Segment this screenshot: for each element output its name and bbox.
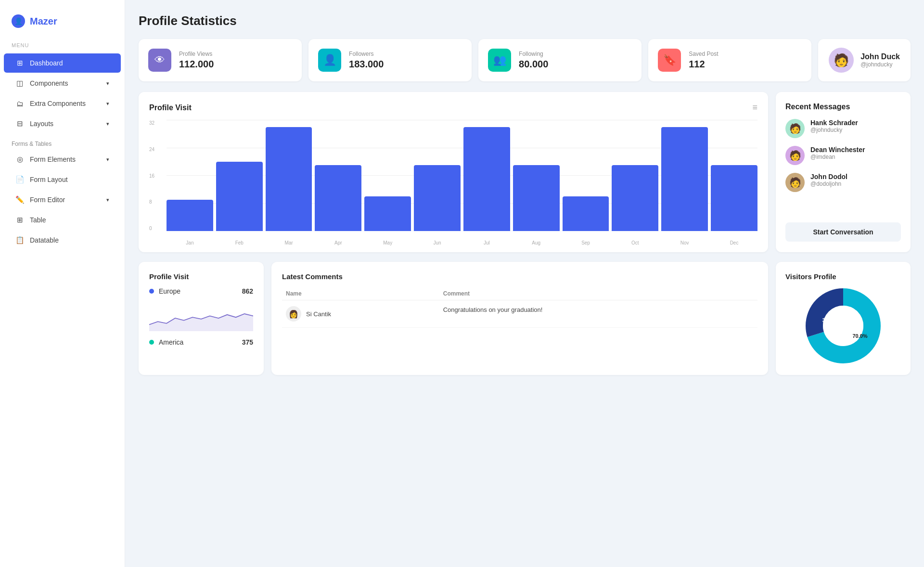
dashboard-icon: ⊞ [15, 59, 24, 67]
stat-value: 183.000 [349, 59, 384, 70]
forms-tables-label: Forms & Tables [0, 134, 125, 149]
sidebar-item-dashboard[interactable]: ⊞ Dashboard [4, 53, 121, 73]
chart-title: Profile Visit [149, 103, 192, 112]
visitors-card: Visitors Profile 30.0% 70.0% [776, 262, 911, 375]
sidebar-item-datatable[interactable]: 📋 Datatable [4, 231, 121, 250]
messages-card: Recent Messages 🧑 Hank Schrader @johnduc… [776, 92, 911, 252]
bar-label-nov: Nov [661, 233, 708, 245]
bar-aug [513, 165, 560, 231]
profile-visit-title: Profile Visit [149, 272, 253, 281]
bar-label-may: May [364, 233, 411, 245]
comment-text: Congratulations on your graduation! [439, 300, 757, 328]
y-label-0: 0 [149, 226, 167, 231]
main-content: Profile Statistics 👁 Profile Views 112.0… [125, 0, 924, 567]
y-label-16: 16 [149, 173, 167, 179]
msg-handle-0: @johnducky [810, 127, 858, 133]
form-layout-icon: 📄 [15, 175, 24, 184]
profile-name: John Duck [860, 52, 900, 61]
msg-name-2: John Dodol [810, 173, 847, 180]
comments-card: Latest Comments Name Comment 👩 Si Cantik [271, 262, 768, 375]
stat-label: Following [519, 51, 548, 57]
bar-label-dec: Dec [711, 233, 757, 245]
stat-card-followers: 👤 Followers 183.000 [308, 39, 472, 81]
stat-card-saved-post: 🔖 Saved Post 112 [648, 39, 811, 81]
sidebar-item-extra-components[interactable]: 🗂 Extra Components ▾ [4, 94, 121, 113]
stat-info-followers: Followers 183.000 [349, 51, 384, 70]
stat-label: Followers [349, 51, 384, 57]
sidebar-item-components[interactable]: ◫ Components ▾ [4, 74, 121, 93]
sidebar-item-form-elements[interactable]: ◎ Form Elements ▾ [4, 150, 121, 169]
avatar: 🧑 [829, 48, 854, 73]
donut-chart: 30.0% 70.0% [785, 287, 901, 364]
bar-jan [167, 200, 213, 231]
bar-label-jan: Jan [167, 233, 213, 245]
svg-text:30.0%: 30.0% [822, 317, 837, 323]
sidebar-item-label: Layouts [30, 120, 53, 128]
layouts-icon: ⊟ [15, 119, 24, 128]
chevron-down-icon: ▾ [106, 80, 109, 87]
stat-value: 112.000 [179, 59, 214, 70]
svg-point-3 [823, 306, 863, 346]
y-label-8: 8 [149, 199, 167, 205]
profile-info: John Duck @johnducky [860, 52, 900, 68]
bar-apr [315, 165, 361, 231]
sidebar-item-layouts[interactable]: ⊟ Layouts ▾ [4, 114, 121, 133]
extra-components-icon: 🗂 [15, 99, 24, 108]
y-label-32: 32 [149, 120, 167, 126]
messages-title: Recent Messages [785, 103, 901, 111]
components-icon: ◫ [15, 79, 24, 88]
sidebar-item-form-layout[interactable]: 📄 Form Layout [4, 170, 121, 189]
comment-user-cell: 👩 Si Cantik [282, 300, 439, 328]
sidebar-item-label: Form Editor [30, 196, 65, 204]
sidebar-item-label: Table [30, 216, 46, 224]
msg-avatar-0: 🧑 [785, 119, 805, 138]
bar-dec [711, 165, 757, 231]
stat-label: Saved Post [689, 51, 718, 57]
start-conversation-button[interactable]: Start Conversation [785, 222, 901, 242]
msg-name-0: Hank Schrader [810, 119, 858, 127]
profile-visit-card: Profile Visit Europe 862 America 375 [139, 262, 264, 375]
table-row: 👩 Si Cantik Congratulations on your grad… [282, 300, 757, 328]
message-item-1: 🧑 Dean Winchester @imdean [785, 146, 901, 165]
chart-menu-icon[interactable]: ≡ [752, 103, 757, 113]
msg-handle-2: @dodoljohn [810, 180, 847, 187]
stat-info-profile-views: Profile Views 112.000 [179, 51, 214, 70]
y-label-24: 24 [149, 147, 167, 152]
profile-views-icon: 👁 [148, 49, 171, 72]
pv-item-europe: Europe 862 [149, 287, 253, 295]
sidebar-item-form-editor[interactable]: ✏️ Form Editor ▾ [4, 190, 121, 209]
pv-label-america: America [159, 338, 183, 346]
bar-jun [414, 165, 461, 231]
stat-label: Profile Views [179, 51, 214, 57]
middle-row: Profile Visit ≡ 0 8 16 24 32 [139, 92, 911, 252]
logo-text: Mazer [30, 16, 57, 27]
bar-label-jun: Jun [414, 233, 461, 245]
stat-card-profile-views: 👁 Profile Views 112.000 [139, 39, 302, 81]
comments-title: Latest Comments [282, 272, 757, 281]
sidebar-item-table[interactable]: ⊞ Table [4, 210, 121, 230]
bar-label-oct: Oct [612, 233, 658, 245]
comments-table: Name Comment 👩 Si Cantik Congratulations… [282, 287, 757, 328]
stats-row: 👁 Profile Views 112.000 👤 Followers 183.… [139, 39, 911, 81]
logo: 👤 Mazer [0, 10, 125, 39]
bar-label-sep: Sep [563, 233, 609, 245]
chart-card: Profile Visit ≡ 0 8 16 24 32 [139, 92, 768, 252]
form-elements-icon: ◎ [15, 155, 24, 164]
page-title: Profile Statistics [139, 13, 911, 28]
donut-svg: 30.0% 70.0% [805, 287, 882, 364]
pv-dot-europe [149, 289, 154, 294]
bar-feb [216, 162, 263, 231]
bar-jul [463, 127, 510, 231]
sidebar-item-label: Form Elements [30, 155, 76, 163]
saved-post-icon: 🔖 [658, 49, 681, 72]
bar-label-mar: Mar [266, 233, 312, 245]
stat-card-following: 👥 Following 80.000 [478, 39, 642, 81]
sidebar: 👤 Mazer Menu ⊞ Dashboard ◫ Components ▾ … [0, 0, 125, 567]
pv-count-europe: 862 [242, 287, 253, 295]
stat-value: 80.000 [519, 59, 548, 70]
msg-handle-1: @imdean [810, 154, 865, 160]
bar-nov [661, 127, 708, 231]
bar-sep [563, 196, 609, 231]
profile-handle: @johnducky [860, 61, 900, 68]
message-item-2: 🧑 John Dodol @dodoljohn [785, 173, 901, 192]
